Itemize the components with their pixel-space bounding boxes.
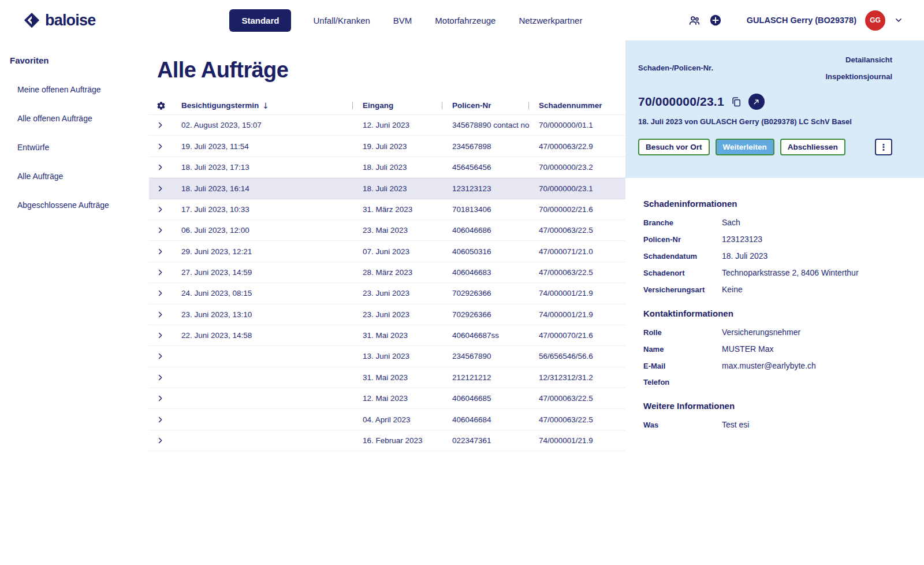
more-options-icon[interactable]: ⋮ [875, 139, 892, 155]
table-row[interactable]: 16. Februar 2023 022347361 74/000001/21.… [149, 430, 625, 451]
col-policen-nr[interactable]: Policen-Nr [452, 101, 539, 110]
row-chevron-icon[interactable] [157, 352, 164, 360]
cell-policen-nr: 702926366 [452, 289, 539, 298]
sidebar-item[interactable]: Entwürfe [10, 143, 133, 152]
sidebar-item[interactable]: Alle Aufträge [10, 172, 133, 181]
table-row[interactable]: 13. Juni 2023 234567890 56/656546/56.6 [149, 346, 625, 367]
nav-tab[interactable]: Unfall/Kranken [312, 10, 371, 31]
info-row: E-Mail max.muster@earlybyte.ch [643, 361, 901, 370]
cell-policen-nr: 406046685 [452, 394, 539, 403]
baloise-logo[interactable]: baloise [23, 12, 95, 29]
row-chevron-icon[interactable] [157, 374, 164, 381]
nav-tab[interactable]: BVM [392, 10, 413, 31]
table-row[interactable]: 19. Juli 2023, 11:54 19. Juli 2023 23456… [149, 136, 625, 157]
avatar[interactable]: GG [865, 10, 885, 31]
info-value: max.muster@earlybyte.ch [722, 361, 816, 370]
col-schadennummer[interactable]: Schadennummer [539, 101, 625, 110]
sidebar-item[interactable]: Alle offenen Aufträge [10, 114, 133, 123]
col-label: Policen-Nr [452, 101, 491, 110]
chevron-down-icon[interactable] [894, 16, 903, 25]
row-expand-cell [149, 121, 181, 129]
sidebar-item[interactable]: Abgeschlossene Aufträge [10, 200, 133, 210]
table-header: Besichtigungstermin ↓ Eingang Policen-Nr… [149, 96, 625, 115]
table-row[interactable]: 12. Mai 2023 406046685 47/000063/22.5 [149, 388, 625, 409]
row-chevron-icon[interactable] [157, 248, 164, 255]
table-row[interactable]: 23. Juni 2023, 13:10 23. Juni 2023 70292… [149, 304, 625, 325]
cell-besichtigungstermin: 02. August 2023, 15:07 [181, 121, 363, 129]
col-eingang[interactable]: Eingang [363, 101, 452, 110]
sidebar-title: Favoriten [10, 55, 133, 65]
sidebar-item[interactable]: Meine offenen Aufträge [10, 85, 133, 94]
cell-schadennummer: 70/000002/21.6 [539, 205, 625, 214]
table-row[interactable]: 29. Juni 2023, 12:21 07. Juni 2023 40605… [149, 241, 625, 262]
cell-schadennummer: 47/000063/22.9 [539, 142, 625, 151]
row-chevron-icon[interactable] [157, 226, 164, 234]
users-icon[interactable] [688, 14, 701, 27]
cell-eingang: 31. Mai 2023 [363, 373, 452, 382]
panel-link[interactable]: Detailansicht [845, 55, 892, 64]
send-icon[interactable] [748, 94, 765, 110]
row-chevron-icon[interactable] [157, 121, 164, 129]
nav-tab[interactable]: Standard [229, 9, 291, 32]
info-label: Schadenort [643, 269, 722, 277]
info-value: Sach [722, 218, 740, 227]
row-expand-cell [149, 374, 181, 381]
cell-eingang: 13. Juni 2023 [363, 352, 452, 360]
row-chevron-icon[interactable] [157, 206, 164, 213]
brand-name: baloise [45, 12, 95, 29]
row-chevron-icon[interactable] [157, 416, 164, 423]
cell-eingang: 23. Juni 2023 [363, 289, 452, 298]
col-label: Schadennummer [539, 101, 602, 110]
info-row: Was Test esi [643, 420, 901, 429]
table-row[interactable]: 31. Mai 2023 212121212 12/312312/31.2 [149, 367, 625, 388]
nav-tab[interactable]: Netzwerkpartner [517, 10, 583, 31]
table-settings-icon[interactable] [149, 101, 181, 110]
nav-tab[interactable]: Motorfahrzeuge [434, 10, 497, 31]
row-expand-cell [149, 416, 181, 423]
table-row[interactable]: 04. April 2023 406046684 47/000063/22.5 [149, 409, 625, 430]
sort-desc-icon[interactable]: ↓ [262, 101, 269, 110]
info-value: Keine [722, 285, 743, 294]
info-label: Schadendatum [643, 252, 722, 261]
row-chevron-icon[interactable] [157, 289, 164, 297]
row-chevron-icon[interactable] [157, 311, 164, 318]
detail-panel-body: Schadeninformationen Branche Sach Police… [625, 178, 924, 429]
table-row[interactable]: 22. Juni 2023, 14:58 31. Mai 2023 406046… [149, 325, 625, 346]
table-row[interactable]: 27. Juni 2023, 14:59 28. März 2023 40604… [149, 262, 625, 283]
table-row[interactable]: 06. Juli 2023, 12:00 23. Mai 2023 406046… [149, 220, 625, 241]
sidebar: Favoriten Meine offenen Aufträge Alle of… [0, 40, 133, 565]
row-expand-cell [149, 248, 181, 255]
plus-circle-icon[interactable] [709, 14, 722, 27]
row-expand-cell [149, 332, 181, 339]
row-chevron-icon[interactable] [157, 332, 164, 339]
action-button[interactable]: Besuch vor Ort [638, 139, 710, 155]
table-row[interactable]: 17. Juli 2023, 10:33 31. März 2023 70181… [149, 199, 625, 220]
cell-besichtigungstermin: 23. Juni 2023, 13:10 [181, 310, 363, 319]
row-chevron-icon[interactable] [157, 143, 164, 150]
table-row[interactable]: 18. Juli 2023, 16:14 18. Juli 2023 12312… [149, 178, 625, 199]
cell-schadennummer: 47/000063/22.5 [539, 268, 625, 277]
table-row[interactable]: 18. Juli 2023, 17:13 18. Juli 2023 45645… [149, 157, 625, 178]
row-chevron-icon[interactable] [157, 395, 164, 402]
row-chevron-icon[interactable] [157, 163, 164, 171]
row-expand-cell [149, 395, 181, 402]
action-button[interactable]: Weiterleiten [716, 139, 774, 155]
col-besichtigungstermin[interactable]: Besichtigungstermin ↓ [181, 101, 363, 110]
panel-link[interactable]: Inspektionsjournal [825, 72, 892, 81]
table-row[interactable]: 02. August 2023, 15:07 12. Juni 2023 345… [149, 115, 625, 136]
row-chevron-icon[interactable] [157, 437, 164, 444]
cell-schadennummer: 47/000071/21.0 [539, 247, 625, 256]
row-chevron-icon[interactable] [157, 185, 164, 192]
cell-policen-nr: 406046684 [452, 415, 539, 424]
cell-eingang: 28. März 2023 [363, 268, 452, 277]
table-row[interactable]: 24. Juni 2023, 08:15 23. Juni 2023 70292… [149, 283, 625, 304]
cell-policen-nr: 456456456 [452, 163, 539, 172]
action-button[interactable]: Abschliessen [780, 139, 845, 155]
detail-panel: Schaden-/Policen-Nr. Detailansicht Inspe… [625, 40, 924, 565]
row-chevron-icon[interactable] [157, 269, 164, 276]
info-label: Rolle [643, 328, 722, 337]
cell-schadennummer: 70/000000/23.2 [539, 163, 625, 172]
copy-icon[interactable] [731, 96, 742, 107]
info-row: Branche Sach [643, 218, 901, 227]
detail-panel-header: Schaden-/Policen-Nr. Detailansicht Inspe… [625, 40, 924, 178]
